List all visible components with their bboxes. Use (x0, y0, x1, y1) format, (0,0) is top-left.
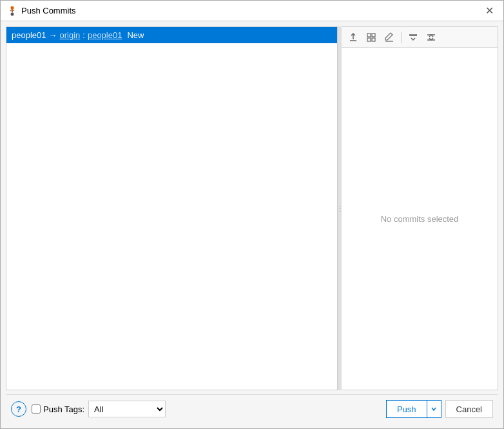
right-toolbar (342, 27, 498, 48)
push-tags-label: Push Tags: (43, 404, 84, 414)
expand-icon (426, 32, 436, 43)
branch-row: people01 → origin : people01 New (6, 27, 337, 43)
left-panel: people01 → origin : people01 New (6, 26, 338, 390)
push-tags-checkbox[interactable] (32, 404, 41, 414)
commits-list[interactable] (6, 43, 337, 390)
app-icon (7, 6, 17, 16)
push-dropdown-button[interactable] (427, 400, 441, 418)
push-button[interactable]: Push (386, 400, 427, 418)
edit-button[interactable] (382, 30, 397, 45)
action-buttons: Push Cancel (386, 400, 493, 418)
right-panel: No commits selected (342, 26, 498, 390)
svg-rect-8 (372, 34, 375, 37)
svg-point-1 (11, 12, 14, 15)
svg-rect-7 (367, 34, 371, 37)
branch-colon: : (82, 30, 85, 40)
footer-area: ? Push Tags: All None Following tags Pus… (6, 394, 498, 423)
toggle-graph-button[interactable] (345, 30, 361, 45)
push-tags-select[interactable]: All None Following tags (88, 401, 166, 417)
branch-remote[interactable]: origin (60, 30, 81, 40)
commit-detail-area: No commits selected (342, 48, 498, 390)
toggle-files-button[interactable] (363, 30, 379, 45)
push-icon (348, 32, 358, 43)
branch-source: people01 (12, 30, 46, 40)
main-panels: people01 → origin : people01 New ⋮ (6, 26, 498, 390)
content-area: people01 → origin : people01 New ⋮ (1, 21, 503, 428)
branch-target[interactable]: people01 (88, 30, 122, 40)
svg-rect-9 (367, 38, 371, 41)
collapse-icon (408, 32, 418, 43)
close-button[interactable]: ✕ (481, 3, 497, 19)
expand-all-button[interactable] (423, 30, 439, 45)
branch-new-badge: New (127, 30, 144, 40)
no-commits-message: No commits selected (381, 214, 459, 224)
push-tags-row: Push Tags: All None Following tags (32, 401, 381, 417)
collapse-all-button[interactable] (405, 30, 421, 45)
push-tags-checkbox-wrap: Push Tags: (32, 404, 84, 414)
branch-arrow: → (49, 30, 57, 40)
chevron-down-icon (431, 406, 437, 412)
grid-icon (366, 32, 376, 43)
toolbar-separator-1 (401, 32, 402, 43)
svg-point-0 (11, 6, 14, 9)
push-commits-window: Push Commits ✕ people01 → origin : peopl… (0, 0, 504, 429)
help-button[interactable]: ? (11, 401, 26, 417)
cancel-button[interactable]: Cancel (445, 400, 493, 418)
svg-rect-10 (372, 38, 375, 41)
titlebar: Push Commits ✕ (1, 1, 503, 21)
window-title: Push Commits (21, 6, 481, 15)
edit-icon (384, 32, 394, 43)
